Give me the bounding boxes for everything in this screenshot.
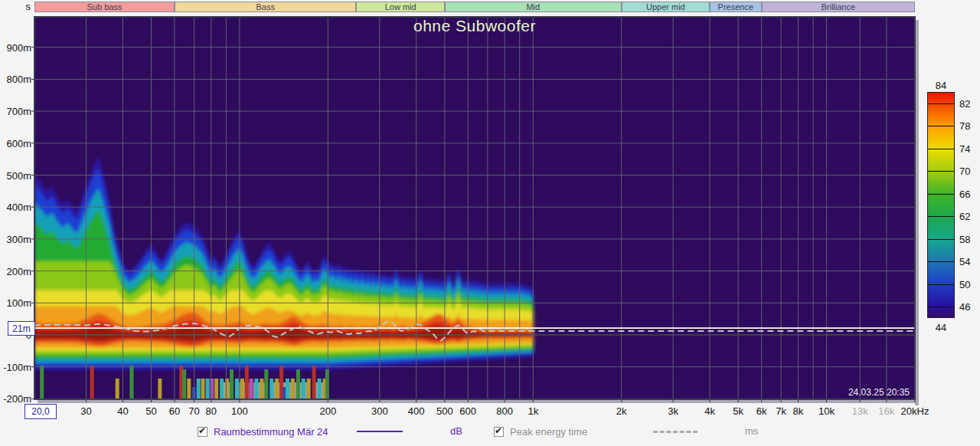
x-tick-label: 50 bbox=[145, 405, 156, 417]
x-tick-label: 80 bbox=[206, 405, 217, 417]
colorbar-tick-label: 58 bbox=[959, 233, 970, 244]
x-tick-label: 4k bbox=[704, 405, 715, 417]
x-tick-label: 200 bbox=[319, 405, 336, 417]
colorbar-tick-label: 66 bbox=[959, 188, 970, 199]
colorbar-min-label: 44 bbox=[927, 322, 955, 333]
x-tick-label: 600 bbox=[459, 405, 476, 417]
spectrogram-app: s Sub bassBassLow midMidUpper midPresenc… bbox=[0, 0, 980, 446]
x-tick-label: 5k bbox=[733, 405, 743, 417]
colorbar-separator bbox=[927, 261, 955, 262]
colorbar-separator bbox=[927, 284, 955, 285]
colorbar-separator bbox=[927, 126, 955, 126]
x-tick-label: 2k bbox=[616, 405, 627, 417]
x-tick-label: 300 bbox=[371, 405, 388, 417]
x-tick-label: 800 bbox=[496, 405, 513, 417]
peak-energy-label: Peak energy time bbox=[510, 426, 587, 438]
colorbar-tick-label: 50 bbox=[959, 278, 970, 290]
plot-title: ohne Subwoofer bbox=[34, 17, 915, 35]
y-tick-label: 800m bbox=[0, 74, 31, 85]
peak-energy-legend: Peak energy time bbox=[494, 425, 587, 438]
y-tick-label: 200m bbox=[0, 266, 31, 277]
x-tick-label: 60 bbox=[169, 405, 180, 417]
colorbar-max-label: 84 bbox=[927, 80, 955, 91]
x-tick-label: 13k bbox=[852, 405, 868, 417]
spectrogram-plot[interactable] bbox=[0, 0, 980, 446]
x-tick-label: 40 bbox=[117, 405, 128, 417]
measurement-checkbox[interactable] bbox=[198, 427, 207, 437]
colorbar-tick-label: 46 bbox=[959, 301, 970, 313]
colorbar-separator bbox=[927, 239, 955, 240]
colorbar-tick-label: 62 bbox=[959, 211, 970, 222]
x-tick-label: 6k bbox=[756, 405, 767, 417]
colorbar-tick-label: 78 bbox=[959, 120, 970, 132]
y-tick-label: 900m bbox=[0, 42, 31, 54]
peak-energy-unit: ms bbox=[745, 425, 758, 437]
x-tick-label: 30 bbox=[80, 405, 91, 417]
time-cursor-readout[interactable]: 21m bbox=[8, 321, 35, 336]
colorbar-separator bbox=[927, 216, 955, 217]
y-tick-label: 600m bbox=[0, 138, 31, 149]
x-tick-label: 500 bbox=[436, 405, 453, 417]
colorbar-separator bbox=[927, 103, 955, 104]
x-tick-label: 7k bbox=[776, 405, 786, 417]
measurement-line-sample bbox=[357, 431, 403, 432]
x-tick-label: 8k bbox=[793, 405, 804, 417]
measurement-label: Raumbestimmung Mär 24 bbox=[214, 426, 328, 438]
measurement-unit: dB bbox=[450, 425, 462, 437]
colorbar-tick-label: 70 bbox=[959, 166, 970, 177]
timestamp: 24.03.25 20:35 bbox=[0, 387, 910, 398]
peak-energy-checkbox[interactable] bbox=[494, 427, 504, 437]
peak-energy-line-sample bbox=[653, 431, 697, 435]
colorbar-separator bbox=[927, 149, 955, 149]
colorbar-separator bbox=[927, 171, 955, 172]
x-tick-label: 400 bbox=[408, 405, 425, 417]
y-tick-label: 300m bbox=[0, 234, 31, 245]
x-tick-label: 20kHz bbox=[901, 405, 929, 417]
colorbar-tick-label: 74 bbox=[959, 143, 970, 154]
y-tick-label: 500m bbox=[0, 170, 31, 182]
colorbar-tick-label: 54 bbox=[959, 256, 970, 267]
colorbar-separator bbox=[927, 194, 955, 195]
x-tick-label: 16k bbox=[878, 405, 894, 417]
y-tick-label: 100m bbox=[0, 297, 31, 309]
x-tick-label: 1k bbox=[528, 405, 538, 417]
x-tick-label: 70 bbox=[188, 405, 199, 417]
x-tick-label: 100 bbox=[231, 405, 248, 417]
colorbar-tick-label: 82 bbox=[959, 97, 970, 109]
y-tick-label: -100m bbox=[0, 362, 31, 373]
y-tick-label: 400m bbox=[0, 202, 31, 213]
colorbar-separator bbox=[927, 307, 955, 307]
x-tick-label: 3k bbox=[668, 405, 678, 417]
measurement-legend: Raumbestimmung Mär 24 bbox=[198, 425, 328, 438]
frequency-cursor-readout[interactable]: 20,0 bbox=[24, 404, 57, 419]
y-tick-label: 700m bbox=[0, 106, 31, 117]
x-tick-label: 10k bbox=[818, 405, 835, 417]
